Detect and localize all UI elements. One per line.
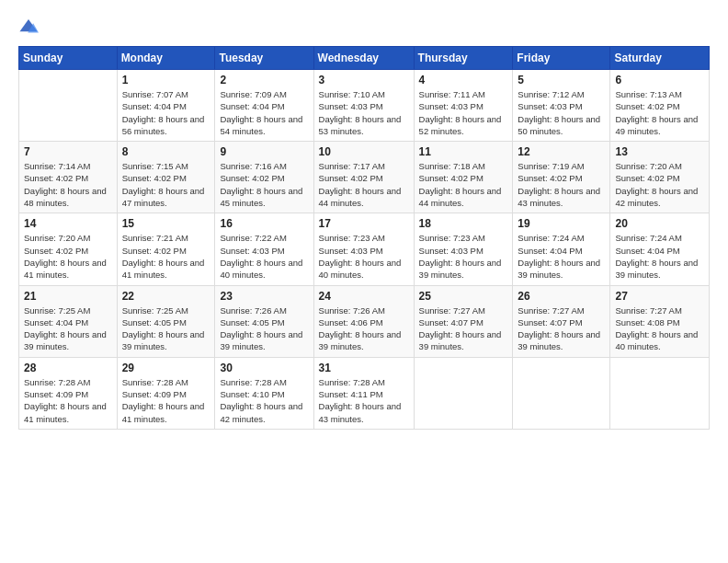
day-number: 14 xyxy=(24,217,112,230)
day-number: 7 xyxy=(24,145,112,158)
day-number: 31 xyxy=(319,362,409,374)
day-info: Sunrise: 7:16 AMSunset: 4:02 PMDaylight:… xyxy=(220,160,308,209)
day-number: 22 xyxy=(122,290,210,303)
calendar-cell: 29Sunrise: 7:28 AMSunset: 4:09 PMDayligh… xyxy=(117,357,215,429)
calendar-cell: 4Sunrise: 7:11 AMSunset: 4:03 PMDaylight… xyxy=(414,70,513,142)
calendar-cell xyxy=(19,70,118,142)
calendar-cell xyxy=(513,357,610,429)
day-info: Sunrise: 7:25 AMSunset: 4:04 PMDaylight:… xyxy=(24,304,112,353)
day-number: 6 xyxy=(615,74,704,86)
day-info: Sunrise: 7:17 AMSunset: 4:02 PMDaylight:… xyxy=(319,160,409,209)
calendar-cell: 11Sunrise: 7:18 AMSunset: 4:02 PMDayligh… xyxy=(414,142,513,213)
calendar-cell: 2Sunrise: 7:09 AMSunset: 4:04 PMDaylight… xyxy=(215,70,313,142)
calendar-cell: 19Sunrise: 7:24 AMSunset: 4:04 PMDayligh… xyxy=(513,213,610,285)
day-number: 19 xyxy=(518,217,605,230)
calendar-cell: 5Sunrise: 7:12 AMSunset: 4:03 PMDaylight… xyxy=(513,70,610,142)
calendar-week-row: 14Sunrise: 7:20 AMSunset: 4:02 PMDayligh… xyxy=(19,213,710,285)
page: SundayMondayTuesdayWednesdayThursdayFrid… xyxy=(0,0,728,563)
day-info: Sunrise: 7:10 AMSunset: 4:03 PMDaylight:… xyxy=(319,88,409,137)
calendar-cell xyxy=(414,357,513,429)
day-info: Sunrise: 7:26 AMSunset: 4:06 PMDaylight:… xyxy=(319,304,409,353)
calendar-week-row: 7Sunrise: 7:14 AMSunset: 4:02 PMDaylight… xyxy=(19,142,710,213)
day-info: Sunrise: 7:28 AMSunset: 4:09 PMDaylight:… xyxy=(122,376,210,425)
calendar-cell: 27Sunrise: 7:27 AMSunset: 4:08 PMDayligh… xyxy=(610,285,710,357)
header xyxy=(18,17,710,37)
calendar-cell: 10Sunrise: 7:17 AMSunset: 4:02 PMDayligh… xyxy=(313,142,414,213)
day-info: Sunrise: 7:11 AMSunset: 4:03 PMDaylight:… xyxy=(419,88,508,137)
day-number: 18 xyxy=(419,217,508,230)
day-number: 25 xyxy=(419,290,508,303)
calendar-cell: 13Sunrise: 7:20 AMSunset: 4:02 PMDayligh… xyxy=(610,142,710,213)
day-number: 5 xyxy=(518,74,605,86)
day-info: Sunrise: 7:07 AMSunset: 4:04 PMDaylight:… xyxy=(122,88,210,137)
day-number: 27 xyxy=(615,290,704,303)
calendar-cell: 9Sunrise: 7:16 AMSunset: 4:02 PMDaylight… xyxy=(215,142,313,213)
day-number: 4 xyxy=(419,74,508,86)
calendar-cell: 3Sunrise: 7:10 AMSunset: 4:03 PMDaylight… xyxy=(313,70,414,142)
day-number: 17 xyxy=(319,217,409,230)
day-info: Sunrise: 7:27 AMSunset: 4:07 PMDaylight:… xyxy=(419,304,508,353)
calendar-cell: 30Sunrise: 7:28 AMSunset: 4:10 PMDayligh… xyxy=(215,357,313,429)
day-info: Sunrise: 7:27 AMSunset: 4:08 PMDaylight:… xyxy=(615,304,704,353)
weekday-header: Saturday xyxy=(610,47,710,70)
day-info: Sunrise: 7:12 AMSunset: 4:03 PMDaylight:… xyxy=(518,88,605,137)
day-number: 15 xyxy=(122,217,210,230)
calendar-cell: 31Sunrise: 7:28 AMSunset: 4:11 PMDayligh… xyxy=(313,357,414,429)
day-info: Sunrise: 7:28 AMSunset: 4:10 PMDaylight:… xyxy=(220,376,308,425)
day-info: Sunrise: 7:27 AMSunset: 4:07 PMDaylight:… xyxy=(518,304,605,353)
day-info: Sunrise: 7:21 AMSunset: 4:02 PMDaylight:… xyxy=(122,232,210,281)
calendar-cell: 24Sunrise: 7:26 AMSunset: 4:06 PMDayligh… xyxy=(313,285,414,357)
day-number: 12 xyxy=(518,145,605,158)
calendar-cell: 14Sunrise: 7:20 AMSunset: 4:02 PMDayligh… xyxy=(19,213,118,285)
day-number: 30 xyxy=(220,362,308,374)
day-number: 3 xyxy=(319,74,409,86)
day-number: 1 xyxy=(122,74,210,86)
weekday-header: Tuesday xyxy=(215,47,313,70)
calendar-cell: 26Sunrise: 7:27 AMSunset: 4:07 PMDayligh… xyxy=(513,285,610,357)
day-info: Sunrise: 7:09 AMSunset: 4:04 PMDaylight:… xyxy=(220,88,308,137)
day-number: 13 xyxy=(615,145,704,158)
day-info: Sunrise: 7:28 AMSunset: 4:09 PMDaylight:… xyxy=(24,376,112,425)
calendar-cell: 17Sunrise: 7:23 AMSunset: 4:03 PMDayligh… xyxy=(313,213,414,285)
day-number: 11 xyxy=(419,145,508,158)
calendar-week-row: 21Sunrise: 7:25 AMSunset: 4:04 PMDayligh… xyxy=(19,285,710,357)
calendar-cell: 28Sunrise: 7:28 AMSunset: 4:09 PMDayligh… xyxy=(19,357,118,429)
weekday-header: Wednesday xyxy=(313,47,414,70)
day-number: 10 xyxy=(319,145,409,158)
calendar-cell: 1Sunrise: 7:07 AMSunset: 4:04 PMDaylight… xyxy=(117,70,215,142)
weekday-header: Thursday xyxy=(414,47,513,70)
day-info: Sunrise: 7:19 AMSunset: 4:02 PMDaylight:… xyxy=(518,160,605,209)
day-info: Sunrise: 7:28 AMSunset: 4:11 PMDaylight:… xyxy=(319,376,409,425)
calendar-cell: 20Sunrise: 7:24 AMSunset: 4:04 PMDayligh… xyxy=(610,213,710,285)
calendar-cell xyxy=(610,357,710,429)
day-info: Sunrise: 7:14 AMSunset: 4:02 PMDaylight:… xyxy=(24,160,112,209)
calendar-header-row: SundayMondayTuesdayWednesdayThursdayFrid… xyxy=(19,47,710,70)
day-info: Sunrise: 7:26 AMSunset: 4:05 PMDaylight:… xyxy=(220,304,308,353)
day-number: 24 xyxy=(319,290,409,303)
day-number: 20 xyxy=(615,217,704,230)
day-info: Sunrise: 7:20 AMSunset: 4:02 PMDaylight:… xyxy=(615,160,704,209)
day-info: Sunrise: 7:25 AMSunset: 4:05 PMDaylight:… xyxy=(122,304,210,353)
weekday-header: Monday xyxy=(117,47,215,70)
day-info: Sunrise: 7:24 AMSunset: 4:04 PMDaylight:… xyxy=(518,232,605,281)
weekday-header: Sunday xyxy=(19,47,118,70)
day-number: 26 xyxy=(518,290,605,303)
day-info: Sunrise: 7:23 AMSunset: 4:03 PMDaylight:… xyxy=(419,232,508,281)
day-info: Sunrise: 7:13 AMSunset: 4:02 PMDaylight:… xyxy=(615,88,704,137)
calendar-cell: 8Sunrise: 7:15 AMSunset: 4:02 PMDaylight… xyxy=(117,142,215,213)
calendar-cell: 22Sunrise: 7:25 AMSunset: 4:05 PMDayligh… xyxy=(117,285,215,357)
day-number: 28 xyxy=(24,362,112,374)
weekday-header: Friday xyxy=(513,47,610,70)
day-info: Sunrise: 7:15 AMSunset: 4:02 PMDaylight:… xyxy=(122,160,210,209)
day-info: Sunrise: 7:23 AMSunset: 4:03 PMDaylight:… xyxy=(319,232,409,281)
calendar-cell: 7Sunrise: 7:14 AMSunset: 4:02 PMDaylight… xyxy=(19,142,118,213)
calendar-cell: 16Sunrise: 7:22 AMSunset: 4:03 PMDayligh… xyxy=(215,213,313,285)
calendar-cell: 18Sunrise: 7:23 AMSunset: 4:03 PMDayligh… xyxy=(414,213,513,285)
day-info: Sunrise: 7:22 AMSunset: 4:03 PMDaylight:… xyxy=(220,232,308,281)
day-number: 16 xyxy=(220,217,308,230)
day-number: 9 xyxy=(220,145,308,158)
day-info: Sunrise: 7:18 AMSunset: 4:02 PMDaylight:… xyxy=(419,160,508,209)
calendar-cell: 23Sunrise: 7:26 AMSunset: 4:05 PMDayligh… xyxy=(215,285,313,357)
calendar-cell: 15Sunrise: 7:21 AMSunset: 4:02 PMDayligh… xyxy=(117,213,215,285)
calendar-cell: 12Sunrise: 7:19 AMSunset: 4:02 PMDayligh… xyxy=(513,142,610,213)
